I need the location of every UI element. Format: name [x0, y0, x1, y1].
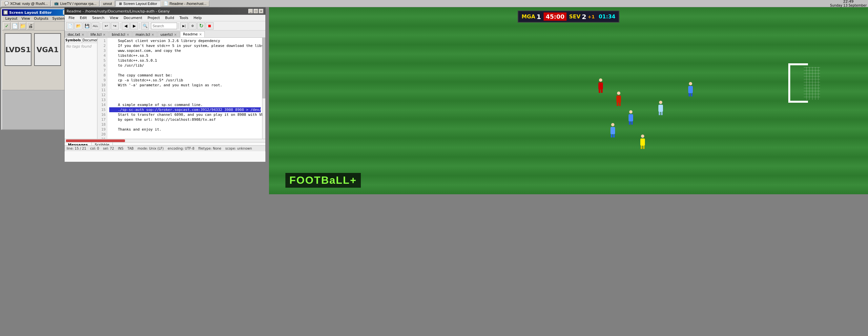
tab-close-icon[interactable]: ×: [174, 33, 177, 36]
geany-sidebar-tabs: Symbols Documents: [65, 38, 97, 43]
geany-menu-help[interactable]: Help: [191, 15, 205, 21]
taskbar-unvut[interactable]: unvut: [100, 1, 115, 6]
line-number: 20: [97, 132, 107, 137]
screen-editor-window-icon: 🖥: [3, 10, 8, 15]
geany-menu-tools[interactable]: Tools: [177, 15, 191, 21]
monitor-lvds1[interactable]: LVDS1: [5, 33, 31, 66]
code-line: [109, 93, 261, 97]
tab-close-icon[interactable]: ×: [103, 33, 105, 36]
save-file-button[interactable]: 💾: [83, 22, 91, 30]
taskbar-screen-editor[interactable]: 🖥 Screen Layout Editor: [116, 1, 160, 6]
tab-doc-txt[interactable]: doc.txt ×: [65, 31, 87, 37]
football-logo: FOOTBaLL+: [285, 173, 361, 188]
run-button[interactable]: ↻: [197, 22, 205, 30]
player-red-1: [598, 79, 603, 93]
tab-close-icon[interactable]: ×: [152, 33, 154, 36]
score-team1: MGA: [522, 13, 535, 20]
tab-bind-tcl[interactable]: bind.tcl ×: [109, 31, 132, 37]
geany-sidebar-content: No tags found: [65, 43, 97, 50]
score-extra: +1: [588, 14, 595, 19]
tab-life-tcl[interactable]: life.tcl ×: [88, 31, 108, 37]
score-clock: 01:34: [599, 13, 615, 20]
new-file-button[interactable]: 📄: [66, 22, 74, 30]
navigate-back-button[interactable]: ◀: [122, 22, 130, 30]
menu-view[interactable]: View: [19, 16, 32, 21]
scrollbar-thumb[interactable]: [262, 38, 266, 98]
code-line: by open the url: http://localhost:8908/t…: [109, 117, 261, 122]
line-numbers: 123456789101112131415161718192021: [97, 38, 107, 139]
save-button[interactable]: 🖨: [27, 22, 34, 30]
new-button[interactable]: 📄: [11, 22, 19, 30]
code-line: Start to transfer channel 6090, and you …: [109, 112, 261, 117]
menu-layout[interactable]: Layout: [3, 16, 19, 21]
line-number: 5: [97, 58, 107, 63]
build-button[interactable]: ⚙: [189, 22, 196, 30]
geany-statusbar: line: 15 / 21 col: 0 sel: 72 INS TAB mod…: [65, 145, 266, 151]
taskbar-xchat[interactable]: 💬 XChat: rusty @ RusN...: [1, 1, 51, 6]
tab-close-icon[interactable]: ×: [81, 33, 84, 36]
tab-close-icon[interactable]: ×: [199, 32, 202, 36]
status-mode: mode: Unix (LF): [137, 147, 164, 150]
find-button[interactable]: 🔍: [141, 22, 149, 30]
geany-close-button[interactable]: ×: [259, 9, 264, 13]
line-number: 8: [97, 73, 107, 78]
geany-sidebar: Symbols Documents No tags found: [65, 38, 97, 139]
navigate-forward-button[interactable]: ▶: [130, 22, 138, 30]
grass-field: [269, 7, 868, 194]
code-area[interactable]: SopCast client version 3.2.6 library dep…: [108, 38, 262, 139]
line-number: 18: [97, 122, 107, 127]
geany-messages-panel: Messages Scribble: [65, 142, 266, 162]
geany-window: Readme - /home/rusty/Documents/Linux/sp-…: [64, 7, 266, 152]
geany-maximize-button[interactable]: □: [254, 9, 258, 13]
player-blue-2: [611, 123, 615, 138]
code-line: [109, 88, 261, 93]
geany-menu-build[interactable]: Build: [162, 15, 177, 21]
geany-menu-view[interactable]: View: [107, 15, 121, 21]
open-button[interactable]: 📁: [19, 22, 26, 30]
line-number: 9: [97, 78, 107, 83]
search-input[interactable]: [151, 23, 177, 29]
line-number: 6: [97, 63, 107, 68]
geany-menu-edit[interactable]: Edit: [77, 15, 89, 21]
line-number: 3: [97, 48, 107, 53]
monitor-vga1[interactable]: VGA1: [34, 33, 61, 66]
tab-main-tcl[interactable]: main.tcl ×: [132, 31, 157, 37]
geany-main-area: Symbols Documents No tags found 12345678…: [65, 38, 266, 139]
save-all-button[interactable]: ALL: [92, 22, 99, 30]
redo-button[interactable]: ↪: [111, 22, 119, 30]
scrollbar-vertical[interactable]: [262, 38, 266, 139]
geany-editor[interactable]: 123456789101112131415161718192021 SopCas…: [97, 38, 266, 139]
tab-readme[interactable]: Readme ×: [180, 31, 205, 37]
score-time: 45:00: [544, 12, 566, 21]
taskbar-livetv[interactable]: 📺 LiveTV / npomax rpa...: [51, 1, 99, 6]
line-number: 17: [97, 117, 107, 122]
menu-outputs[interactable]: Outputs: [32, 16, 51, 21]
code-line: With '-a' parameter, and you must login …: [109, 83, 261, 88]
open-file-button[interactable]: 📂: [74, 22, 82, 30]
check-button[interactable]: ✓: [3, 22, 10, 30]
code-line: ./sp-sc-auth sop://broker.sopcast.com:39…: [109, 107, 261, 112]
geany-menu-file[interactable]: File: [66, 15, 77, 21]
scrollbar-horizontal[interactable]: [65, 139, 266, 142]
tv-icon: 📺: [54, 1, 59, 6]
geany-menu-document[interactable]: Document: [121, 15, 145, 21]
code-line: [109, 68, 261, 73]
scrollbar-thumb-horizontal[interactable]: [66, 140, 125, 142]
geany-menubar: File Edit Search View Document Project B…: [65, 15, 266, 21]
taskbar-geany[interactable]: 📄 Readme - /home/rust...: [161, 1, 210, 6]
status-sel: sel: 72: [103, 147, 114, 150]
line-number: 19: [97, 127, 107, 132]
tab-close-icon[interactable]: ×: [127, 33, 129, 36]
tab-usertcl[interactable]: usertcl ×: [157, 31, 180, 37]
geany-minimize-button[interactable]: _: [248, 9, 253, 13]
search-area: [151, 23, 177, 29]
undo-button[interactable]: ↩: [102, 22, 110, 30]
football-panel: MGA 1 45:00 SEV 2 +1 01:34 FOOTBaLL+: [269, 7, 868, 194]
geany-menu-search[interactable]: Search: [90, 15, 107, 21]
line-number: 2: [97, 43, 107, 48]
geany-menu-project[interactable]: Project: [145, 15, 163, 21]
compile-button[interactable]: ▶|: [180, 22, 188, 30]
sidebar-tab-symbols[interactable]: Symbols: [65, 38, 82, 43]
stop-button[interactable]: ⏹: [206, 22, 214, 30]
line-number: 13: [97, 97, 107, 102]
